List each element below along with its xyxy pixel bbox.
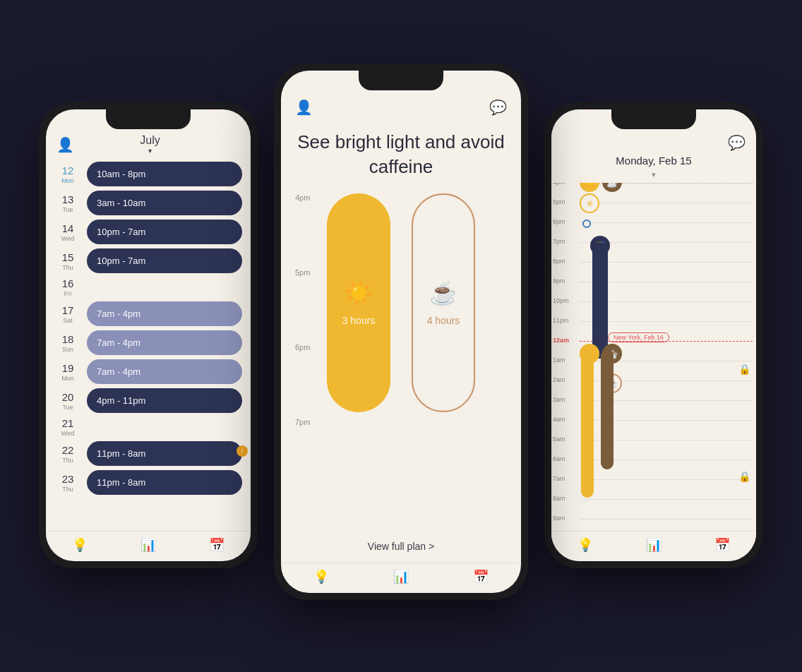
time-8pm: 8pm	[553, 258, 565, 265]
time-4am: 4am	[553, 416, 565, 423]
sun-pill: ☀️ 3 hours	[327, 193, 390, 412]
date-day: Thu	[54, 457, 81, 464]
chat-icon[interactable]: 💬	[489, 99, 507, 116]
tab-stats-icon[interactable]: 📊	[140, 537, 156, 553]
coffee-icon: ☕	[429, 280, 457, 306]
date-day: Thu	[54, 486, 81, 493]
left-tab-bar: 💡 📊 📅	[46, 531, 251, 561]
schedule-list: 12 Mon 10am - 8pm 13 Tue 3am - 10am	[46, 162, 251, 531]
time-label-6pm: 6pm	[295, 343, 310, 352]
yellow-bar-sun	[581, 349, 594, 498]
time-label-7pm: 7pm	[295, 418, 310, 426]
date-day: Fri	[54, 290, 81, 297]
time-pill[interactable]: 10pm - 7am	[87, 220, 242, 244]
right-header: 💬	[551, 134, 756, 151]
time-label-4pm: 4pm	[295, 193, 310, 202]
date-number: 15	[54, 251, 81, 263]
lock-icon-upper: 🔒	[738, 364, 750, 375]
tab-stats-icon[interactable]: 📊	[393, 569, 409, 584]
date-title: Monday, Feb 15	[616, 155, 691, 167]
notch	[106, 109, 191, 129]
date-number: 21	[54, 417, 81, 429]
notch	[611, 109, 696, 129]
time-pill[interactable]: 11pm - 8am	[87, 470, 242, 495]
tab-calendar-icon[interactable]: 📅	[714, 537, 730, 553]
date-number: 19	[54, 362, 81, 374]
date-day: Wed	[54, 235, 81, 242]
time-pill[interactable]: 7am - 4pm	[87, 330, 242, 355]
time-pill[interactable]: 4pm - 11pm	[87, 388, 242, 413]
schedule-row[interactable]: 13 Tue 3am - 10am	[54, 191, 242, 215]
schedule-row[interactable]: 17 Sat 7am - 4pm	[54, 301, 242, 326]
tab-calendar-icon[interactable]: 📅	[473, 569, 489, 584]
schedule-row[interactable]: 18 Sun 7am - 4pm	[54, 330, 242, 355]
sleep-bar	[592, 242, 608, 359]
date-number: 20	[54, 391, 81, 403]
time-4pm: 4pm	[553, 183, 565, 186]
schedule-row[interactable]: 15 Thu 10pm - 7am	[54, 248, 242, 273]
schedule-row[interactable]: 14 Wed 10pm - 7am	[54, 220, 242, 244]
pills-area: 4pm 5pm 6pm 7pm ☀️ 3 hours ☕ 4 ho	[281, 193, 521, 530]
date-number: 17	[54, 304, 81, 316]
sun-icon: ☀️	[345, 280, 373, 306]
tab-insights-icon[interactable]: 💡	[72, 537, 88, 553]
date-day: Wed	[54, 430, 81, 437]
tab-stats-icon[interactable]: 📊	[646, 537, 662, 553]
time-pill[interactable]: 7am - 4pm	[87, 359, 242, 384]
time-pill[interactable]: 11pm - 8am !	[87, 441, 242, 466]
schedule-row[interactable]: 20 Tue 4pm - 11pm	[54, 388, 242, 413]
tab-calendar-icon[interactable]: 📅	[209, 537, 225, 553]
lock-icon-lower: 🔒	[738, 471, 750, 482]
date-day: Mon	[54, 375, 81, 382]
time-pill[interactable]: 10pm - 7am	[87, 248, 242, 273]
schedule-row[interactable]: 19 Mon 7am - 4pm	[54, 359, 242, 384]
notch	[359, 71, 443, 90]
time-pill[interactable]: 7am - 4pm	[87, 301, 242, 326]
tab-insights-icon[interactable]: 💡	[577, 537, 593, 553]
schedule-row[interactable]: 12 Mon 10am - 8pm	[54, 162, 242, 186]
time-8am: 8am	[553, 495, 565, 502]
time-1am: 1am	[553, 356, 565, 364]
view-full-plan-button[interactable]: View full plan >	[281, 530, 521, 563]
coffee-hours: 4 hours	[427, 315, 460, 326]
sun-hours: 3 hours	[342, 315, 376, 326]
month-title: July	[140, 134, 160, 147]
left-screen: 👤 July ▾ 12 Mon 10am - 8pm	[46, 109, 251, 561]
date-day: Tue	[54, 206, 81, 213]
left-header: 👤 July ▾	[46, 134, 251, 155]
timeline-container: 4pm 5pm 6pm 7pm 8pm 9pm 10pm 11pm	[551, 183, 756, 531]
date-day: Sun	[54, 346, 81, 353]
chat-icon[interactable]: 💬	[728, 134, 746, 151]
center-screen: 👤 💬 See bright light and avoid caffeine …	[281, 71, 521, 593]
time-7am: 7am	[553, 475, 565, 482]
profile-icon[interactable]: 👤	[56, 136, 74, 153]
profile-icon[interactable]: 👤	[295, 99, 313, 116]
time-5am: 5am	[553, 436, 565, 443]
time-10pm: 10pm	[553, 297, 569, 304]
date-number: 22	[54, 444, 81, 456]
date-number: 18	[54, 333, 81, 345]
tab-insights-icon[interactable]: 💡	[313, 569, 329, 584]
coffee-outline-pill: ☕ 4 hours	[412, 193, 475, 412]
time-pill[interactable]: 3am - 10am	[87, 191, 242, 215]
time-pill[interactable]: 10am - 8pm	[87, 162, 242, 186]
left-phone: 👤 July ▾ 12 Mon 10am - 8pm	[39, 102, 258, 568]
chevron-down-icon: ▾	[148, 147, 152, 155]
chevron-down-icon: ▾	[652, 170, 656, 179]
date-number: 16	[54, 277, 81, 289]
brown-bar-coffee	[601, 349, 614, 469]
date-day: Sat	[54, 317, 81, 324]
right-phone: 💬 Monday, Feb 15 ▾ 4pm 5pm 6pm	[544, 102, 763, 568]
schedule-row[interactable]: 23 Thu 11pm - 8am	[54, 470, 242, 495]
time-11pm: 11pm	[553, 317, 569, 324]
sun-outline-icon: ✳	[580, 193, 599, 213]
schedule-row[interactable]: 22 Thu 11pm - 8am !	[54, 441, 242, 466]
time-9am: 9am	[553, 515, 565, 522]
coffee-filled-icon: ☕	[602, 183, 622, 192]
center-title: See bright light and avoid caffeine	[281, 130, 521, 179]
date-day: Mon	[54, 177, 81, 184]
date-day: Thu	[54, 264, 81, 271]
center-tab-bar: 💡 📊 📅	[281, 563, 521, 593]
time-6pm: 6pm	[553, 218, 565, 225]
time-3am: 3am	[553, 396, 565, 403]
